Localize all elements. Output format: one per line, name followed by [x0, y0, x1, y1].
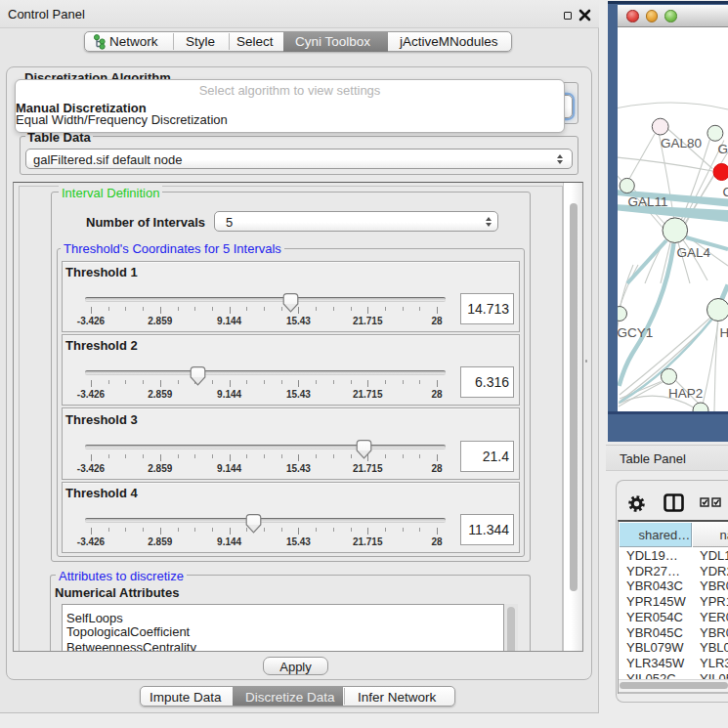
svg-text:GA: GA: [718, 142, 728, 156]
svg-text:H: H: [720, 325, 728, 340]
svg-text:GAL80: GAL80: [661, 136, 702, 150]
svg-text:GCY1: GCY1: [618, 325, 653, 340]
svg-text:GAL11: GAL11: [628, 194, 668, 209]
svg-text:HAP2: HAP2: [668, 386, 703, 401]
svg-text:C: C: [723, 185, 728, 199]
svg-text:GAL4: GAL4: [677, 245, 711, 260]
